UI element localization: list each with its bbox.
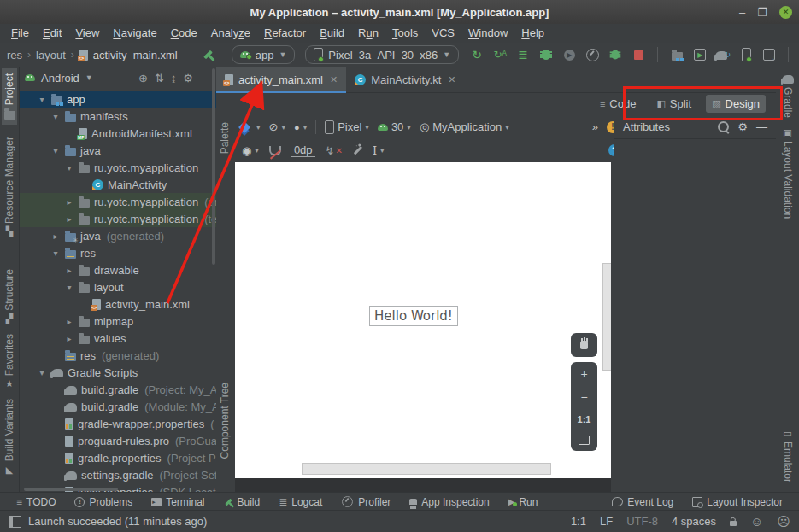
tree-horizontal-scrollbar[interactable] [24, 488, 118, 491]
tab-mainactivity-kt[interactable]: C MainActivity.kt ✕ [346, 67, 464, 92]
canvas-vertical-scrollbar[interactable] [602, 263, 611, 371]
tool-tab-favorites[interactable]: Favorites ★ [2, 329, 17, 394]
logcat-button[interactable]: ≣Logcat [271, 493, 330, 511]
unlocked-icon[interactable] [730, 521, 737, 526]
project-tree-item[interactable]: res(generated) [20, 347, 216, 364]
status-encoding[interactable]: UTF-8 [626, 515, 658, 528]
attach-debugger-icon[interactable] [608, 47, 623, 62]
mode-code-button[interactable]: ≡ Code [594, 95, 643, 113]
close-button[interactable]: ✕ [779, 6, 792, 19]
avd-manager-icon[interactable] [738, 47, 754, 62]
mode-split-button[interactable]: ◧ Split [650, 95, 697, 113]
zoom-actual-size-button[interactable]: 1:1 [578, 415, 591, 424]
run-toolwindow-button[interactable]: ▶Run [501, 493, 546, 511]
chevron-open-icon[interactable]: ▾ [64, 283, 74, 292]
profile-icon[interactable]: ▶ [561, 47, 577, 62]
event-log-button[interactable]: Event Log [604, 493, 681, 511]
design-surface-selector[interactable]: ▾ [240, 123, 261, 132]
chevron-closed-icon[interactable]: ▸ [64, 266, 74, 275]
chevron-open-icon[interactable]: ▾ [50, 146, 61, 155]
menu-run[interactable]: Run [351, 24, 385, 43]
theme-menu[interactable]: ◎MyApplication▾ [420, 120, 509, 133]
menu-code[interactable]: Code [164, 24, 204, 43]
chevron-closed-icon[interactable]: ▸ [64, 334, 74, 343]
chevron-open-icon[interactable]: ▾ [50, 112, 61, 121]
zoom-in-button[interactable]: + [580, 368, 587, 380]
chevron-closed-icon[interactable]: ▸ [64, 214, 74, 224]
breadcrumb-file[interactable]: activity_main.xml [93, 49, 178, 61]
apply-code-changes-icon[interactable]: ≣ [515, 47, 531, 62]
tool-tab-emulator[interactable]: ▭ Emulator [780, 424, 796, 488]
menu-vcs[interactable]: VCS [425, 24, 461, 43]
breadcrumb-layout[interactable]: layout [36, 49, 66, 61]
debug-icon[interactable] [538, 47, 554, 62]
default-margin-selector[interactable]: 0dp [291, 143, 315, 157]
tool-tab-project[interactable]: Project [2, 68, 17, 125]
project-tree-item[interactable]: ▸mipmap [20, 313, 216, 330]
profiler-gauge-icon[interactable] [585, 47, 600, 62]
tool-tab-build-variants[interactable]: Build Variants ◣ [2, 394, 17, 479]
clear-constraints-button[interactable]: ↯✕ [326, 144, 343, 157]
menu-file[interactable]: File [4, 24, 36, 43]
project-tree-item[interactable]: ▾java [20, 142, 216, 159]
restore-button[interactable]: ❐ [757, 7, 767, 18]
tab-activity-main-xml[interactable]: activity_main.xml ✕ [216, 67, 346, 92]
device-file-explorer-icon[interactable] [669, 47, 684, 62]
profiler-button[interactable]: Profiler [333, 493, 398, 511]
close-tab-icon[interactable]: ✕ [330, 74, 338, 85]
menu-window[interactable]: Window [461, 24, 514, 43]
tool-tab-resource-manager[interactable]: Resource Manager ▚ [2, 132, 17, 242]
project-tree-item[interactable]: build.gradle(Module: My_Ap [20, 398, 216, 415]
sad-face-icon[interactable]: ☹ [777, 515, 790, 528]
project-tree-item[interactable]: proguard-rules.pro(ProGuar [20, 432, 216, 449]
hide-panel-icon[interactable]: — [200, 72, 211, 85]
chevron-open-icon[interactable]: ▾ [37, 368, 47, 377]
menu-view[interactable]: View [68, 24, 106, 43]
night-mode-selector[interactable]: ●▾ [294, 122, 307, 132]
menu-build[interactable]: Build [313, 24, 351, 43]
attributes-search-icon[interactable] [718, 121, 729, 132]
todo-button[interactable]: ≡TODO [9, 493, 63, 511]
expand-all-icon[interactable]: ⇅ [155, 72, 164, 85]
project-tree-item[interactable]: ▸ru.yotc.myapplication(andro [20, 193, 216, 210]
component-tree-tab[interactable]: Component Tree [219, 383, 231, 459]
project-tree-item[interactable]: ▸values [20, 330, 216, 347]
project-tree-item[interactable]: ▾Gradle Scripts [20, 364, 216, 381]
minimize-button[interactable]: – [739, 7, 745, 18]
menu-refactor[interactable]: Refactor [257, 24, 313, 43]
build-button[interactable]: Build [216, 493, 268, 511]
project-tree-item[interactable]: ▾ru.yotc.myapplication [20, 159, 216, 176]
api-level-menu[interactable]: 30▾ [378, 120, 411, 133]
project-tree-item[interactable]: ▸java(generated) [20, 227, 216, 244]
pan-button[interactable] [571, 333, 597, 357]
layout-inspector-button[interactable]: Layout Inspector [684, 493, 790, 511]
chevron-open-icon[interactable]: ▾ [37, 95, 47, 104]
chevron-closed-icon[interactable]: ▸ [50, 231, 61, 241]
infer-constraints-button[interactable] [353, 149, 362, 152]
zoom-to-fit-icon[interactable] [579, 436, 590, 445]
chevron-closed-icon[interactable]: ▸ [64, 317, 74, 326]
device-selector[interactable]: Pixel_3a_API_30_x86▼ [305, 45, 459, 64]
locate-file-icon[interactable]: ⊕ [138, 72, 148, 85]
tool-tab-gradle[interactable]: Gradle [780, 68, 796, 123]
autoconnect-toggle[interactable] [269, 146, 281, 155]
build-hammer-icon[interactable] [203, 50, 213, 60]
status-indent[interactable]: 4 spaces [672, 515, 716, 528]
tool-tab-structure[interactable]: Structure ▞ [2, 264, 17, 329]
design-canvas[interactable]: Hello World! + − 1:1 [235, 162, 611, 478]
problems-button[interactable]: !Problems [67, 493, 140, 511]
project-tree-item[interactable]: ▸drawable [20, 261, 216, 278]
close-tab-icon[interactable]: ✕ [448, 74, 455, 85]
gradle-sync-icon[interactable]: ↻ [715, 47, 731, 62]
project-tree-item[interactable]: activity_main.xml [20, 295, 216, 313]
menu-tools[interactable]: Tools [385, 24, 425, 43]
project-tree-item[interactable]: ▾manifests [20, 108, 216, 125]
toolwindow-toggle-icon[interactable] [9, 516, 21, 528]
toolbar-overflow-chevrons[interactable]: » [592, 120, 598, 133]
tree-vertical-scrollbar[interactable] [212, 68, 215, 265]
attributes-hide-icon[interactable]: — [756, 120, 767, 133]
project-settings-gear-icon[interactable]: ⚙ [183, 72, 193, 85]
project-view-selector[interactable]: Android [41, 72, 79, 85]
project-tree-item[interactable]: ▾app [20, 91, 216, 108]
hello-world-textview[interactable]: Hello World! [369, 306, 458, 326]
